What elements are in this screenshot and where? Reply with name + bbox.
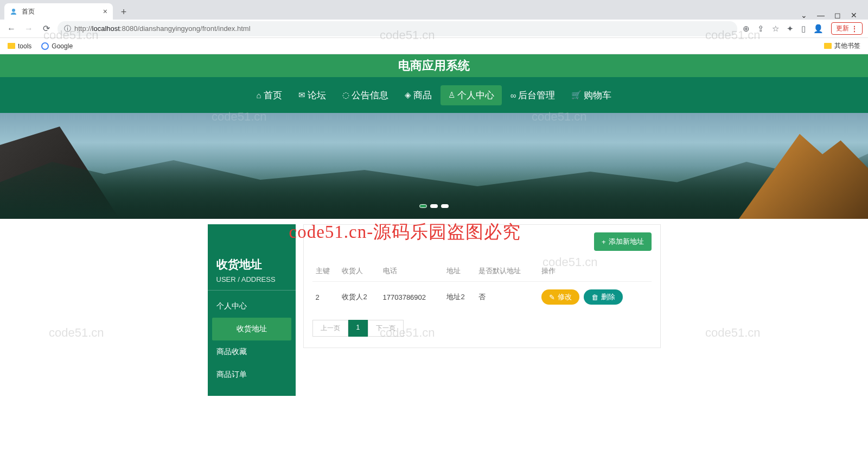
tab-close-icon[interactable]: × (103, 7, 107, 16)
col-default: 是否默认地址 (475, 261, 538, 282)
dot-1[interactable] (419, 204, 427, 208)
edit-button[interactable]: ✎修改 (541, 289, 579, 305)
close-window-icon[interactable]: ✕ (851, 11, 857, 20)
sidebar-item-orders[interactable]: 商品订单 (208, 363, 296, 386)
share-icon[interactable]: ⇪ (757, 24, 764, 34)
extensions-icon[interactable]: ✦ (787, 24, 794, 34)
top-nav: ⌂首页 ✉论坛 ◌公告信息 ◈商品 ♙个人中心 ∞后台管理 🛒购物车 (0, 77, 868, 113)
col-addr: 地址 (443, 261, 475, 282)
tab-favicon (10, 8, 17, 15)
home-icon: ⌂ (257, 91, 261, 100)
nav-home[interactable]: ⌂首页 (249, 85, 290, 105)
minimize-icon[interactable]: — (817, 11, 825, 20)
faint-watermark: code51.cn (705, 326, 761, 340)
cell-addr: 地址2 (443, 282, 475, 313)
sidebar-item-address[interactable]: 收货地址 (212, 318, 291, 340)
folder-icon (8, 43, 15, 49)
address-table: 主键 收货人 电话 地址 是否默认地址 操作 2 收货人2 1770378690… (312, 261, 652, 312)
page-next[interactable]: 下一页 (368, 320, 404, 337)
plus-icon: + (602, 238, 606, 246)
hero-banner (0, 113, 868, 219)
site-title: 电商应用系统 (398, 58, 470, 74)
pencil-icon: ✎ (549, 293, 555, 301)
url-text: http://localhost:8080/dianshangyingyong/… (74, 24, 251, 33)
star-icon[interactable]: ☆ (772, 24, 779, 34)
sidebar-item-profile[interactable]: 个人中心 (208, 295, 296, 318)
cell-phone: 17703786902 (380, 282, 444, 313)
col-name: 收货人 (339, 261, 379, 282)
nav-forum[interactable]: ✉论坛 (291, 85, 334, 105)
nav-goods[interactable]: ◈商品 (397, 85, 439, 105)
bullhorn-icon: ◌ (342, 90, 349, 100)
zoom-icon[interactable]: ⊕ (743, 24, 750, 34)
side-panel-icon[interactable]: ▯ (801, 24, 806, 34)
page-1[interactable]: 1 (348, 320, 368, 337)
sidebar-item-favorites[interactable]: 商品收藏 (208, 340, 296, 363)
chat-icon: ✉ (298, 90, 305, 100)
url-input[interactable]: ⓘ http://localhost:8080/dianshangyingyon… (58, 21, 737, 36)
svg-point-0 (12, 9, 15, 12)
folder-icon (824, 43, 832, 49)
bookmark-google[interactable]: Google (41, 42, 73, 50)
bookmark-tools[interactable]: tools (8, 42, 31, 50)
page-content: 电商应用系统 ⌂首页 ✉论坛 ◌公告信息 ◈商品 ♙个人中心 ∞后台管理 🛒购物… (0, 54, 868, 396)
site-title-bar: 电商应用系统 (0, 54, 868, 77)
cell-id: 2 (312, 282, 339, 313)
table-row: 2 收货人2 17703786902 地址2 否 ✎修改 🗑删除 (312, 282, 652, 313)
reload-button[interactable]: ⟳ (40, 23, 52, 35)
add-address-button[interactable]: + 添加新地址 (594, 232, 652, 251)
tab-title: 首页 (22, 7, 35, 16)
faint-watermark: code51.cn (49, 326, 104, 340)
sidebar-title: 收货地址 (208, 246, 296, 275)
table-header-row: 主键 收货人 电话 地址 是否默认地址 操作 (312, 261, 652, 282)
tab-bar: 首页 × + ⌄ — ◻ ✕ (0, 0, 868, 20)
delete-button[interactable]: 🗑删除 (584, 289, 623, 305)
nav-admin[interactable]: ∞后台管理 (503, 85, 563, 105)
trash-icon: 🗑 (591, 293, 598, 301)
user-icon: ♙ (448, 90, 455, 100)
bookmarks-bar: tools Google 其他书签 (0, 38, 868, 54)
browser-tab[interactable]: 首页 × (4, 3, 113, 20)
nav-notice[interactable]: ◌公告信息 (335, 85, 396, 105)
nav-cart[interactable]: 🛒购物车 (564, 85, 619, 105)
new-tab-button[interactable]: + (116, 4, 131, 20)
col-phone: 电话 (380, 261, 444, 282)
main-content: code51.cn-源码乐园盗图必究 收货地址 USER / ADDRESS 个… (208, 224, 661, 396)
sidebar-subtitle: USER / ADDRESS (208, 275, 296, 291)
info-icon: ⓘ (64, 24, 71, 34)
nav-profile[interactable]: ♙个人中心 (441, 85, 502, 105)
maximize-icon[interactable]: ◻ (834, 11, 841, 20)
dot-3[interactable] (441, 204, 449, 208)
profile-icon[interactable]: 👤 (813, 24, 824, 34)
svg-point-1 (42, 43, 48, 49)
forward-button[interactable]: → (23, 23, 35, 35)
page-prev[interactable]: 上一页 (312, 320, 348, 337)
sidebar: 收货地址 USER / ADDRESS 个人中心 收货地址 商品收藏 商品订单 (208, 224, 296, 396)
bookmark-other[interactable]: 其他书签 (824, 41, 860, 51)
col-ops: 操作 (538, 261, 652, 282)
google-icon (41, 42, 49, 50)
cart-icon: 🛒 (571, 90, 582, 100)
cell-name: 收货人2 (339, 282, 379, 313)
update-button[interactable]: 更新⋮ (831, 22, 863, 35)
browser-chrome: 首页 × + ⌄ — ◻ ✕ ← → ⟳ ⓘ http://localhost:… (0, 0, 868, 54)
back-button[interactable]: ← (5, 23, 17, 35)
carousel-dots[interactable] (419, 204, 449, 208)
link-icon: ∞ (510, 91, 516, 100)
col-id: 主键 (312, 261, 339, 282)
pagination: 上一页 1 下一页 (312, 320, 652, 337)
address-panel: + 添加新地址 主键 收货人 电话 地址 是否默认地址 操作 (303, 224, 661, 348)
tag-icon: ◈ (405, 90, 411, 100)
url-bar-row: ← → ⟳ ⓘ http://localhost:8080/dianshangy… (0, 20, 868, 38)
cell-default: 否 (475, 282, 538, 313)
chevron-down-icon[interactable]: ⌄ (801, 11, 807, 20)
window-controls: ⌄ — ◻ ✕ (801, 11, 864, 20)
dot-2[interactable] (430, 204, 438, 208)
